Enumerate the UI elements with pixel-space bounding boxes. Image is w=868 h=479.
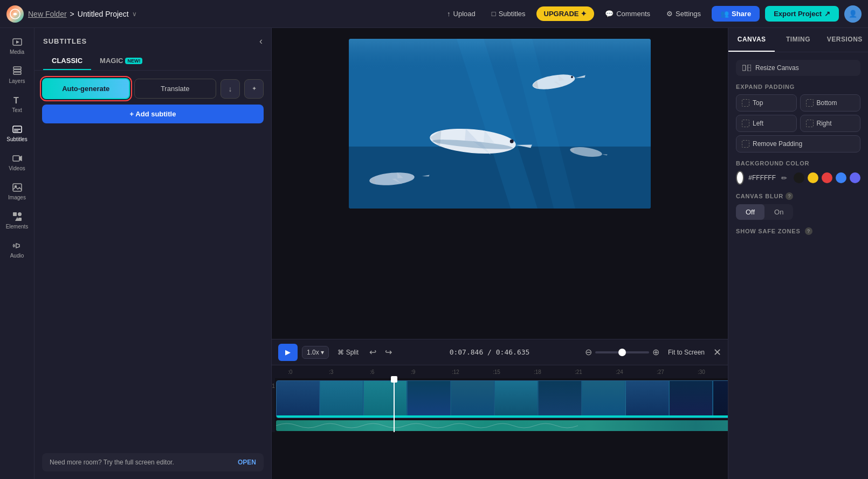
sidebar-item-videos[interactable]: Videos	[2, 149, 33, 176]
padding-top-button[interactable]: Top	[736, 94, 797, 112]
breadcrumb-sep: >	[70, 10, 74, 18]
blur-toggle-group: Off On	[736, 204, 793, 220]
close-timeline-button[interactable]: ✕	[713, 346, 721, 358]
open-editor-button[interactable]: OPEN	[238, 459, 256, 466]
text-icon: T	[12, 95, 23, 106]
padding-right-button[interactable]: Right	[800, 115, 861, 132]
remove-padding-button[interactable]: Remove Padding	[736, 135, 860, 152]
waveform-svg	[276, 420, 728, 431]
svg-rect-5	[13, 67, 21, 69]
tab-versions[interactable]: VERSIONS	[822, 28, 868, 52]
padding-top-icon	[742, 99, 749, 107]
sidebar-item-media[interactable]: Media	[2, 32, 33, 59]
canvas-blur-label: CANVAS BLUR	[736, 193, 783, 199]
autogenerate-button[interactable]: Auto-generate	[42, 78, 130, 99]
room-hint: Need more room? Try the full screen edit…	[42, 453, 264, 471]
safe-zones-help-icon[interactable]: ?	[805, 227, 812, 235]
redo-button[interactable]: ↪	[383, 345, 394, 359]
blur-off-button[interactable]: Off	[736, 204, 764, 220]
sidebar-item-text[interactable]: T Text	[2, 91, 33, 117]
comments-icon: 💬	[605, 10, 614, 18]
play-button[interactable]: ▶	[278, 344, 298, 361]
topbar-actions: ↑ Upload □ Subtitles UPGRADE ✦ 💬 Comment…	[442, 5, 862, 23]
upload-button[interactable]: ↑ Upload	[442, 6, 481, 21]
sidebar-item-audio[interactable]: Audio	[2, 236, 33, 263]
subtitles-icon	[12, 124, 23, 135]
subtitles-button[interactable]: □ Subtitles	[486, 6, 531, 21]
add-subtitle-button[interactable]: + Add subtitle	[42, 105, 264, 123]
comments-button[interactable]: 💬 Comments	[600, 6, 656, 21]
ruler-tick: :6	[370, 369, 411, 375]
padding-left-button[interactable]: Left	[736, 115, 797, 132]
color-preset-blue[interactable]	[836, 172, 846, 183]
breadcrumb-chevron[interactable]: ∨	[132, 10, 137, 18]
color-preset-yellow[interactable]	[808, 172, 818, 183]
zoom-controls: ⊖ ⊕	[585, 347, 659, 357]
safe-zones-section: SHOW SAFE ZONES ?	[736, 227, 860, 235]
undo-button[interactable]: ↩	[367, 345, 378, 359]
padding-bottom-icon	[806, 99, 814, 107]
video-clip[interactable]	[276, 380, 728, 418]
speed-selector[interactable]: 1.0x ▾	[302, 346, 329, 359]
svg-rect-3	[13, 72, 21, 74]
subtitles-icon: □	[492, 10, 496, 18]
user-avatar[interactable]: 👤	[844, 5, 862, 23]
timeline-area: ▶ 1.0x ▾ ⌘ Split ↩ ↪ 0:07.846 / 0:46.635	[272, 339, 728, 479]
settings-button[interactable]: ⚙ Settings	[661, 6, 706, 21]
ruler-tick: :3	[329, 369, 370, 375]
resize-canvas-button[interactable]: → Resize Canvas	[736, 60, 860, 76]
split-button[interactable]: ⌘ Split	[333, 346, 363, 358]
autogen-row: Auto-generate Translate ↓ ✦	[42, 78, 264, 99]
svg-marker-2	[16, 40, 19, 44]
right-panel-tabs: CANVAS TIMING VERSIONS	[728, 28, 868, 52]
panel-content: Auto-generate Translate ↓ ✦ + Add subtit…	[35, 71, 271, 131]
download-icon: ↓	[229, 85, 232, 93]
sparkle-button[interactable]: ✦	[244, 79, 264, 99]
color-preset-red[interactable]	[822, 172, 832, 183]
color-preset-black[interactable]	[794, 172, 804, 183]
gear-icon: ⚙	[666, 10, 673, 18]
bg-color-label: BACKGROUND COLOR	[736, 160, 860, 166]
canvas-blur-help-icon[interactable]: ?	[786, 192, 793, 200]
color-preset-indigo[interactable]	[850, 172, 860, 183]
padding-bottom-button[interactable]: Bottom	[800, 94, 861, 112]
sidebar-item-images[interactable]: Images	[2, 178, 33, 205]
share-button[interactable]: 👥 Share	[712, 6, 760, 22]
color-edit-button[interactable]: ✏	[781, 174, 787, 182]
panel-close-button[interactable]: ‹	[259, 36, 263, 47]
download-subtitle-button[interactable]: ↓	[221, 79, 240, 99]
remove-padding-icon	[742, 140, 749, 148]
tab-canvas[interactable]: CANVAS	[728, 28, 775, 52]
zoom-out-button[interactable]: ⊖	[585, 347, 592, 357]
tab-magic[interactable]: MAGIC NEW!	[91, 52, 151, 70]
app-logo[interactable]	[6, 5, 24, 23]
tab-classic[interactable]: CLASSIC	[43, 52, 91, 70]
panel-header: SUBTITLES ‹	[35, 28, 271, 52]
sidebar-item-layers[interactable]: Layers	[2, 61, 33, 88]
zoom-in-button[interactable]: ⊕	[652, 347, 659, 357]
tab-timing[interactable]: TIMING	[775, 28, 821, 52]
ruler-tick: :30	[698, 369, 728, 375]
audio-waveform	[276, 420, 728, 431]
sparkle-icon: ✦	[252, 85, 257, 92]
translate-button[interactable]: Translate	[134, 79, 217, 99]
upgrade-button[interactable]: UPGRADE ✦	[536, 6, 595, 21]
zoom-slider[interactable]	[595, 351, 649, 353]
images-icon	[12, 182, 23, 193]
video-svg	[349, 39, 651, 209]
export-button[interactable]: Export Project ↗	[765, 6, 839, 22]
folder-link[interactable]: New Folder	[28, 10, 67, 18]
center-area: ▶ 1.0x ▾ ⌘ Split ↩ ↪ 0:07.846 / 0:46.635	[272, 28, 728, 479]
safe-zones-header: SHOW SAFE ZONES ?	[736, 227, 860, 235]
svg-rect-10	[13, 156, 19, 161]
blur-on-button[interactable]: On	[764, 204, 793, 220]
sidebar-item-elements[interactable]: Elements	[2, 207, 33, 234]
playhead[interactable]	[394, 378, 395, 432]
color-swatch-white[interactable]	[736, 171, 744, 185]
chevron-down-icon: ▾	[321, 349, 324, 356]
room-hint-text: Need more room? Try the full screen edit…	[50, 459, 174, 466]
video-preview	[349, 39, 651, 209]
sidebar-item-subtitles[interactable]: Subtitles	[2, 120, 33, 147]
full-screen-editor-link[interactable]: full screen editor	[125, 459, 172, 466]
fit-screen-button[interactable]: Fit to Screen	[664, 346, 709, 358]
